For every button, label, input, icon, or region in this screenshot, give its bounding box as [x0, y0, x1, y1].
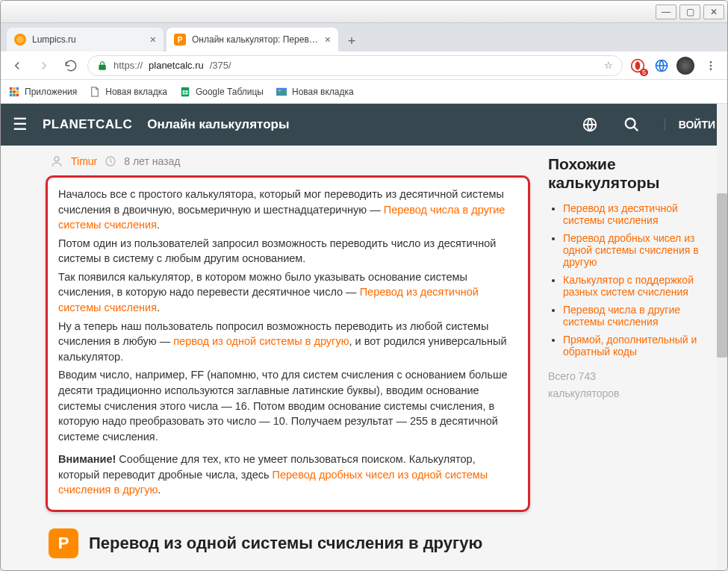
- tab-planetcalc[interactable]: P Онлайн калькулятор: Перевод и ×: [167, 28, 338, 52]
- extension-opera[interactable]: 5: [629, 57, 647, 75]
- scrollbar[interactable]: [717, 104, 727, 570]
- scrollbar-thumb[interactable]: [717, 193, 727, 358]
- window-minimize-button[interactable]: —: [656, 4, 676, 19]
- article-box: Началось все с простого калькулятора, ко…: [46, 175, 530, 512]
- related-item: Перевод дробных чисел из одной системы с…: [563, 232, 705, 268]
- window-maximize-button[interactable]: ▢: [679, 4, 700, 19]
- article-link[interactable]: первод из одной системы в другую: [173, 335, 349, 347]
- svg-rect-10: [13, 90, 16, 93]
- user-icon: [50, 155, 63, 168]
- tab-close-icon[interactable]: ×: [325, 34, 331, 46]
- related-link[interactable]: Перевод числа в другие системы счисления: [563, 304, 680, 328]
- url-path: /375/: [210, 60, 231, 71]
- forward-button[interactable]: [34, 55, 55, 76]
- bookmark-label: Приложения: [25, 87, 77, 97]
- bookmark-sheets[interactable]: Google Таблицы: [179, 86, 264, 98]
- image-icon: [276, 86, 287, 98]
- extension-globe[interactable]: [653, 57, 671, 75]
- tab-lumpics[interactable]: Lumpics.ru ×: [7, 28, 164, 52]
- clock-icon: [105, 155, 116, 167]
- svg-point-5: [710, 68, 712, 70]
- related-item: Прямой, дополнительный и обратный коды: [563, 334, 705, 358]
- window-titlebar: — ▢ ✕: [1, 1, 727, 23]
- page-icon: [89, 86, 101, 98]
- related-item: Перевод числа в другие системы счисления: [563, 304, 705, 328]
- favicon-icon: P: [174, 34, 186, 46]
- bookmark-apps[interactable]: Приложения: [8, 86, 77, 98]
- reload-button[interactable]: [60, 55, 81, 76]
- url-scheme: https://: [113, 60, 143, 71]
- browser-window: — ▢ ✕ Lumpics.ru × P Онлайн калькулятор:…: [0, 0, 728, 571]
- svg-rect-8: [16, 87, 19, 90]
- sidebar-title: Похожие калькуляторы: [548, 155, 705, 192]
- article-time: 8 лет назад: [124, 155, 180, 167]
- sidebar: Похожие калькуляторы Перевод из десятичн…: [548, 155, 705, 561]
- article-paragraph: Потом один из пользователей запросил воз…: [58, 236, 517, 266]
- related-link[interactable]: Перевод дробных чисел из одной системы с…: [563, 232, 699, 268]
- svg-point-3: [710, 61, 712, 63]
- calculator-logo-icon: P: [49, 528, 78, 558]
- svg-point-20: [279, 89, 281, 91]
- page-content: ☰ PLANETCALC Онлайн калькуляторы ВОЙТИ T…: [1, 104, 727, 570]
- bookmark-newtab2[interactable]: Новая вкладка: [276, 86, 354, 98]
- article-paragraph: Так появился калькулятор, в котором можн…: [58, 269, 517, 316]
- main-column: Timur 8 лет назад Началось все с простог…: [46, 155, 530, 561]
- bookmark-label: Google Таблицы: [196, 87, 264, 97]
- bookmark-label: Новая вкладка: [292, 87, 354, 97]
- hamburger-menu-icon[interactable]: ☰: [13, 115, 28, 134]
- window-close-button[interactable]: ✕: [703, 4, 724, 19]
- profile-avatar[interactable]: [676, 57, 694, 75]
- svg-point-1: [635, 61, 641, 70]
- related-link[interactable]: Прямой, дополнительный и обратный коды: [563, 334, 697, 358]
- bookmark-label: Новая вкладка: [105, 87, 167, 97]
- svg-rect-9: [10, 90, 13, 93]
- svg-rect-14: [16, 93, 19, 96]
- related-item: Калькулятор с поддержкой разных систем с…: [563, 274, 705, 298]
- author-name[interactable]: Timur: [71, 155, 97, 167]
- author-meta: Timur 8 лет назад: [46, 155, 530, 168]
- svg-rect-13: [13, 93, 16, 96]
- site-header: ☰ PLANETCALC Онлайн калькуляторы ВОЙТИ: [1, 104, 727, 146]
- related-list: Перевод из десятичной системы счисления …: [548, 202, 705, 358]
- site-subtitle: Онлайн калькуляторы: [147, 117, 289, 132]
- article-paragraph: Ну а теперь наш пользователь попросил во…: [58, 319, 517, 365]
- page-body: Timur 8 лет назад Началось все с простог…: [1, 146, 727, 570]
- login-button[interactable]: ВОЙТИ: [665, 119, 715, 131]
- svg-rect-6: [10, 87, 13, 90]
- article-paragraph: Вводим число, например, FF (напомню, что…: [58, 367, 517, 444]
- svg-rect-7: [13, 87, 16, 90]
- language-button[interactable]: [576, 111, 603, 138]
- svg-point-4: [710, 64, 712, 66]
- related-link[interactable]: Калькулятор с поддержкой разных систем с…: [563, 274, 694, 298]
- site-brand[interactable]: PLANETCALC: [43, 117, 132, 132]
- favicon-icon: [14, 34, 26, 46]
- tab-close-icon[interactable]: ×: [150, 34, 156, 46]
- content-wrap: ☰ PLANETCALC Онлайн калькуляторы ВОЙТИ T…: [1, 104, 727, 570]
- extension-badge: 5: [640, 69, 648, 76]
- calculator-heading: P Перевод из одной системы счисления в д…: [46, 525, 530, 561]
- bookmark-star-icon[interactable]: ☆: [604, 60, 613, 71]
- tab-title: Lumpics.ru: [32, 34, 144, 45]
- svg-rect-11: [16, 90, 19, 93]
- sheets-icon: [179, 86, 191, 98]
- new-tab-button[interactable]: +: [341, 31, 362, 52]
- related-link[interactable]: Перевод из десятичной системы счисления: [563, 202, 678, 226]
- address-bar: https://planetcalc.ru/375/ ☆ 5: [1, 52, 727, 80]
- bookmarks-bar: Приложения Новая вкладка Google Таблицы …: [1, 80, 727, 104]
- article-paragraph: Началось все с простого калькулятора, ко…: [58, 187, 517, 233]
- svg-rect-12: [10, 93, 13, 96]
- bookmark-newtab1[interactable]: Новая вкладка: [89, 86, 167, 98]
- tab-strip: Lumpics.ru × P Онлайн калькулятор: Перев…: [1, 23, 727, 52]
- search-button[interactable]: [618, 111, 645, 138]
- article-paragraph: Внимание! Сообщение для тех, кто не умее…: [58, 452, 517, 498]
- apps-icon: [8, 86, 20, 98]
- url-domain: planetcalc.ru: [149, 60, 204, 71]
- sidebar-total: Всего 743 калькуляторов: [548, 368, 705, 402]
- related-item: Перевод из десятичной системы счисления: [563, 202, 705, 226]
- browser-menu-button[interactable]: [700, 55, 721, 76]
- back-button[interactable]: [7, 55, 28, 76]
- svg-point-22: [625, 119, 635, 128]
- url-input[interactable]: https://planetcalc.ru/375/ ☆: [87, 55, 623, 76]
- calculator-title: Перевод из одной системы счисления в дру…: [89, 534, 482, 553]
- svg-point-23: [55, 157, 59, 161]
